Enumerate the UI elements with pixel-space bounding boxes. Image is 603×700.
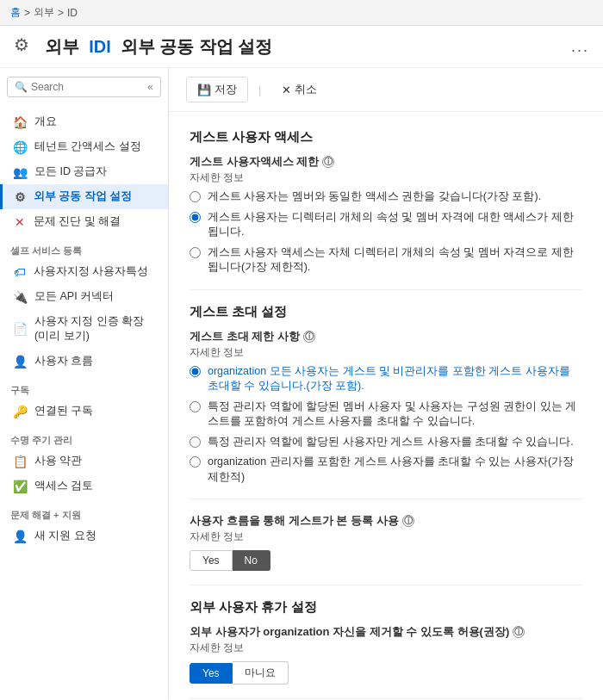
sidebar-item-access-review[interactable]: ✅ 액세스 검토 <box>0 474 168 499</box>
breadcrumb-section: 외부 <box>34 5 54 20</box>
page-header: ⚙ 외부 IDI 외부 공동 작업 설정 ... <box>0 26 603 68</box>
sidebar-item-user-flows[interactable]: 👤 사용자 흐름 <box>0 349 168 374</box>
external-leave-section: 외부 사용자 휴가 설정 외부 사용자가 organization 자신을 제거… <box>190 599 582 685</box>
guest-invite-detail[interactable]: 자세한 정보 <box>190 346 582 359</box>
guest-invite-heading: 게스트 초대 설정 <box>190 304 582 320</box>
guest-access-radio-1[interactable] <box>190 191 201 202</box>
search-box[interactable]: 🔍 « <box>7 77 161 97</box>
content-area: 💾 저장 | ✕ 취소 게스트 사용자 액세스 게스트 사용자액세스 제한 ⓘ … <box>169 68 603 699</box>
collapse-icon[interactable]: « <box>147 81 153 93</box>
guest-invite-section: 게스트 초대 설정 게스트 초대 제한 사항 ⓘ 자세한 정보 organiza… <box>190 304 582 486</box>
sidebar-label-userflows: 사용자 흐름 <box>34 354 93 369</box>
page-title: 외부 IDI 외부 공동 작업 설정 <box>45 35 272 59</box>
guest-access-radio-3[interactable] <box>190 247 201 258</box>
divider-1 <box>190 289 582 290</box>
toggle2-yes-button[interactable]: Yes <box>190 663 233 684</box>
sidebar-item-troubleshoot[interactable]: ✕ 문제 진단 및 해결 <box>0 209 168 234</box>
sidebar-subscription-section: 구독 🔑 연결된 구독 <box>0 375 168 425</box>
guest-access-radio-group: 게스트 사용자는 멤버와 동일한 액세스 권한을 갖습니다(가장 포함). 게스… <box>190 189 582 276</box>
sidebar-item-new-support[interactable]: 👤 새 지원 요청 <box>0 523 168 548</box>
invite-radio-2[interactable] <box>190 401 201 412</box>
sidebar-item-external-collab[interactable]: ⚙ 외부 공동 작업 설정 <box>0 184 168 209</box>
guest-access-option-1[interactable]: 게스트 사용자는 멤버와 동일한 액세스 권한을 갖습니다(가장 포함). <box>190 189 582 205</box>
cancel-label: 취소 <box>295 82 317 97</box>
guest-access-option-3[interactable]: 게스트 사용자 액세스는 자체 디렉터리 개체의 속성 및 멤버 자격으로 제한… <box>190 245 582 276</box>
invite-option-1[interactable]: organization 모든 사용자는 게스트 및 비관리자를 포함한 게스트… <box>190 364 582 394</box>
toggle-yes-button[interactable]: Yes <box>190 550 233 571</box>
divider-3 <box>190 585 582 585</box>
sidebar-item-tenant-access[interactable]: 🌐 테넌트 간액세스 설정 <box>0 134 168 159</box>
sidebar-selfservice-section: 셀프 서비스 등록 🏷 사용자지정 사용자특성 🔌 모든 API 커넥터 📄 사… <box>0 236 168 375</box>
doc-icon: 📄 <box>13 322 28 336</box>
save-icon: 💾 <box>197 84 211 96</box>
guest-access-detail[interactable]: 자세한 정보 <box>190 171 582 184</box>
support-person-icon: 👤 <box>13 530 28 543</box>
sidebar-support-section: 문제 해결 + 지원 👤 새 지원 요청 <box>0 500 168 550</box>
sidebar-section-lifecycle: 수명 주기 관리 <box>0 431 168 449</box>
key-icon: 🔑 <box>13 405 28 418</box>
invite-radio-1[interactable] <box>190 366 201 377</box>
toolbar-divider: | <box>258 84 261 96</box>
person-icon: 👤 <box>13 355 28 369</box>
divider-2 <box>190 499 582 499</box>
guest-access-radio-2[interactable] <box>190 212 201 223</box>
user-flow-info-icon[interactable]: ⓘ <box>402 515 414 527</box>
invite-option-2[interactable]: 특정 관리자 역할에 할당된 멤버 사용자 및 사용자는 구성원 권한이 있는 … <box>190 400 582 430</box>
save-button[interactable]: 💾 저장 <box>186 77 248 102</box>
sidebar-label-customauth: 사용자 지정 인증 확장 (미리 보기) <box>34 314 144 344</box>
guest-invite-restriction-label: 게스트 초대 제한 사항 ⓘ <box>190 329 582 344</box>
guest-access-info-icon[interactable]: ⓘ <box>322 156 334 168</box>
search-input[interactable] <box>31 81 146 93</box>
divider-4 <box>190 698 582 699</box>
sidebar-section-selfservice: 셀프 서비스 등록 <box>0 241 168 259</box>
sidebar-label-trouble: 문제 진단 및 해결 <box>34 214 121 229</box>
invite-option-4[interactable]: organization 관리자를 포함한 게스트 사용자를 초대할 수 있는 … <box>190 455 582 485</box>
sidebar-item-api-connectors[interactable]: 🔌 모든 API 커넥터 <box>0 284 168 309</box>
sidebar-label-overview: 개요 <box>34 115 57 129</box>
external-leave-info-icon[interactable]: ⓘ <box>513 626 525 638</box>
invite-label-1: organization 모든 사용자는 게스트 및 비관리자를 포함한 게스트… <box>208 364 582 394</box>
check-icon: ✅ <box>13 480 28 493</box>
sidebar: 🔍 « 🏠 개요 🌐 테넌트 간액세스 설정 👥 모든 ID 공급자 ⚙ 외부 … <box>0 68 169 699</box>
invite-radio-4[interactable] <box>190 456 201 468</box>
sidebar-item-overview[interactable]: 🏠 개요 <box>0 109 168 134</box>
main-layout: 🔍 « 🏠 개요 🌐 테넌트 간액세스 설정 👥 모든 ID 공급자 ⚙ 외부 … <box>0 68 603 699</box>
user-flow-detail[interactable]: 자세한 정보 <box>190 530 582 543</box>
guest-invite-info-icon[interactable]: ⓘ <box>303 331 315 343</box>
sidebar-item-custom-auth[interactable]: 📄 사용자 지정 인증 확장 (미리 보기) <box>0 309 168 349</box>
settings-icon: ⚙ <box>13 190 27 204</box>
toggle2-no-button[interactable]: 마니요 <box>233 661 289 685</box>
invite-radio-3[interactable] <box>190 437 201 448</box>
clipboard-icon: 📋 <box>13 455 28 468</box>
guest-access-option-2[interactable]: 게스트 사용자는 디렉터리 개체의 속성 및 멤버 자격에 대한 액세스가 제한… <box>190 210 582 240</box>
invite-option-3[interactable]: 특정 관리자 역할에 할당된 사용자만 게스트 사용자를 초대할 수 있습니다. <box>190 435 582 450</box>
sidebar-item-connected-orgs[interactable]: 🔑 연결된 구독 <box>0 399 168 424</box>
breadcrumb-id: ID <box>67 7 78 19</box>
guest-access-label-1: 게스트 사용자는 멤버와 동일한 액세스 권한을 갖습니다(가장 포함). <box>208 189 541 205</box>
cancel-button[interactable]: ✕ 취소 <box>271 77 327 102</box>
external-leave-heading: 외부 사용자 휴가 설정 <box>190 599 582 616</box>
sidebar-item-custom-attr[interactable]: 🏷 사용자지정 사용자특성 <box>0 259 168 284</box>
external-leave-detail[interactable]: 자세한 정보 <box>190 641 582 654</box>
sidebar-item-all-id[interactable]: 👥 모든 ID 공급자 <box>0 159 168 184</box>
save-label: 저장 <box>214 82 237 97</box>
breadcrumb-home[interactable]: 홈 <box>10 5 21 20</box>
invite-label-3: 특정 관리자 역할에 할당된 사용자만 게스트 사용자를 초대할 수 있습니다. <box>208 435 574 450</box>
sidebar-item-terms-of-use[interactable]: 📋 사용 약관 <box>0 449 168 474</box>
toggle-no-button[interactable]: No <box>233 550 270 571</box>
more-options-icon[interactable]: ... <box>571 38 589 56</box>
sidebar-label-allid: 모든 ID 공급자 <box>34 164 107 179</box>
tag-icon: 🏷 <box>13 265 27 279</box>
toggle2-yes-no: Yes 마니요 <box>190 661 582 685</box>
users-icon: 👥 <box>13 165 28 179</box>
user-flow-label: 사용자 흐름을 통해 게스트가 본 등록 사용 ⓘ <box>190 513 582 529</box>
external-leave-label: 외부 사용자가 organization 자신을 제거할 수 있도록 허용(권장… <box>190 624 582 640</box>
gear-icon: ⚙ <box>14 34 38 59</box>
search-icon: 🔍 <box>15 81 28 93</box>
guest-access-section: 게스트 사용자 액세스 게스트 사용자액세스 제한 ⓘ 자세한 정보 게스트 사… <box>190 129 582 276</box>
invite-label-4: organization 관리자를 포함한 게스트 사용자를 초대할 수 있는 … <box>208 455 582 485</box>
plug-icon: 🔌 <box>13 290 28 304</box>
sidebar-label-collab: 외부 공동 작업 설정 <box>34 189 132 204</box>
user-flow-section: 사용자 흐름을 통해 게스트가 본 등록 사용 ⓘ 자세한 정보 Yes No <box>190 513 582 571</box>
sidebar-label-connected: 연결된 구독 <box>34 404 93 418</box>
